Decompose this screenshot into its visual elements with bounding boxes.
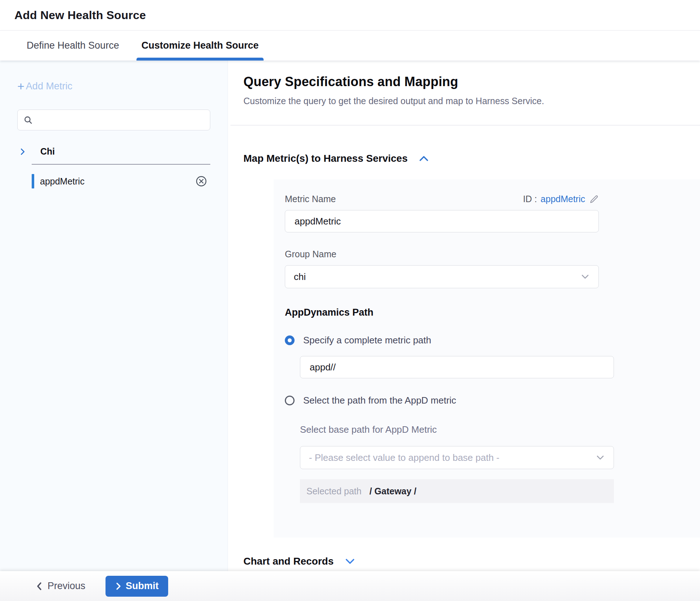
panel-subtitle: Customize the query to get the desired o… (243, 96, 700, 106)
add-metric-label: Add Metric (26, 81, 72, 92)
radio-selected-icon[interactable] (285, 335, 295, 345)
chevron-down-icon (580, 273, 590, 280)
query-spec-panel: Query Specifications and Mapping Customi… (228, 61, 700, 571)
selected-indicator-bar (32, 174, 34, 188)
search-icon (23, 115, 33, 125)
content-row: + Add Metric Chi appdMetric (0, 61, 700, 571)
tab-customize-label: Customize Health Source (142, 40, 259, 51)
metric-id-label: ID : (523, 194, 537, 204)
metric-group-row[interactable]: Chi (17, 146, 210, 157)
group-divider (32, 164, 210, 165)
tab-define-label: Define Health Source (27, 40, 119, 51)
chart-records-section-toggle[interactable]: Chart and Records (243, 556, 700, 567)
complete-metric-path-input[interactable] (300, 356, 614, 378)
metric-sidebar: + Add Metric Chi appdMetric (0, 61, 228, 571)
base-path-placeholder: - Please select value to append to base … (309, 452, 596, 463)
metric-search-input[interactable] (37, 115, 204, 125)
metric-item-label: appdMetric (40, 176, 85, 187)
plus-icon: + (17, 80, 24, 92)
radio-complete-metric-path[interactable]: Specify a complete metric path (285, 335, 700, 346)
group-name-value: chi (294, 271, 580, 282)
metric-list-item[interactable]: appdMetric (32, 171, 210, 191)
chevron-right-icon[interactable] (19, 148, 27, 156)
panel-divider (230, 125, 700, 125)
appdynamics-path-heading: AppDynamics Path (285, 307, 700, 318)
edit-pencil-icon[interactable] (589, 195, 599, 204)
chevron-right-icon (115, 582, 122, 591)
map-metrics-section-toggle[interactable]: Map Metric(s) to Harness Services (243, 153, 700, 164)
page-header: Add New Health Source (0, 0, 700, 31)
previous-label: Previous (48, 580, 85, 592)
selected-path-row: Selected path / Gateway / (300, 479, 614, 503)
radio-select-path-label: Select the path from the AppD metric (303, 395, 456, 406)
metric-id-value[interactable]: appdMetric (540, 194, 585, 204)
panel-title: Query Specifications and Mapping (243, 74, 700, 89)
page-title: Add New Health Source (14, 9, 146, 22)
radio-complete-path-label: Specify a complete metric path (303, 335, 431, 346)
chevron-down-icon[interactable] (345, 557, 355, 566)
base-path-label: Select base path for AppD Metric (300, 424, 700, 435)
metric-name-input[interactable] (285, 210, 599, 232)
selected-path-value: / Gateway / (369, 486, 417, 497)
wizard-footer: Previous Submit (0, 571, 700, 601)
submit-button[interactable]: Submit (106, 576, 168, 597)
metric-name-label: Metric Name (285, 194, 336, 204)
radio-unselected-icon[interactable] (285, 396, 295, 405)
chevron-left-icon (35, 582, 43, 591)
wizard-tabbar: Define Health Source Customize Health So… (0, 31, 700, 61)
remove-metric-icon[interactable] (195, 175, 207, 187)
tab-define-health-source[interactable]: Define Health Source (22, 31, 124, 61)
base-path-select[interactable]: - Please select value to append to base … (300, 446, 614, 469)
metric-search-box[interactable] (17, 110, 210, 130)
chevron-up-icon[interactable] (418, 154, 429, 163)
group-name-select[interactable]: chi (285, 265, 599, 288)
chevron-down-icon (596, 454, 605, 461)
selected-path-label: Selected path (306, 486, 362, 497)
chart-records-heading: Chart and Records (243, 556, 334, 567)
previous-button[interactable]: Previous (35, 580, 85, 592)
submit-label: Submit (126, 580, 159, 592)
metric-group-label: Chi (40, 146, 55, 157)
map-metrics-heading: Map Metric(s) to Harness Services (243, 153, 408, 164)
map-metrics-card: Metric Name ID : appdMetric Group Name c… (274, 179, 700, 538)
group-name-label: Group Name (285, 249, 700, 259)
add-metric-button[interactable]: + Add Metric (17, 80, 210, 92)
radio-select-appd-path[interactable]: Select the path from the AppD metric (285, 395, 700, 406)
tab-customize-health-source[interactable]: Customize Health Source (136, 31, 264, 61)
